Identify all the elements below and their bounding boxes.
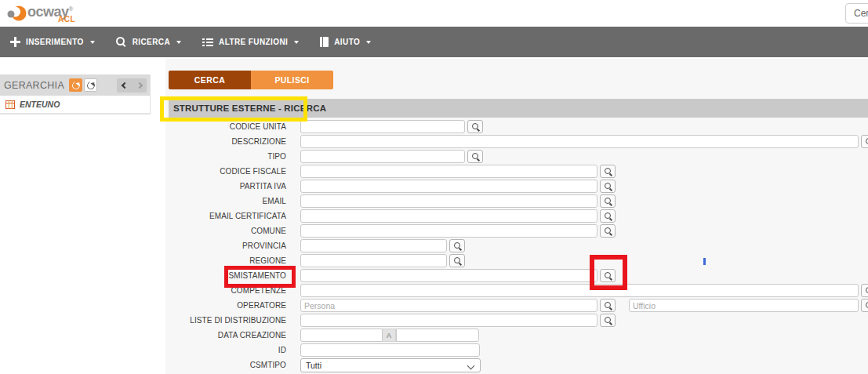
form-row-provincia: PROVINCIA [169,238,868,253]
regione-input[interactable] [300,254,447,267]
refresh-button-white[interactable] [84,78,97,92]
tipo-input[interactable] [300,150,465,163]
field-label-id: ID [169,346,286,354]
field-label-smistamento: SMISTAMENTO [169,271,286,280]
operatore-persona-input[interactable] [300,299,597,312]
operatore-ufficio-lookup-button[interactable] [861,299,868,312]
form-row-tipo: TIPO [169,149,868,164]
menu-aiuto-label: AIUTO [334,38,360,46]
codice-fiscale-lookup-button[interactable] [600,165,616,178]
codice-fiscale-input[interactable] [300,165,597,178]
liste-di-distribuzione-input[interactable] [300,314,597,327]
cerca-button[interactable]: CERCA [169,71,251,89]
hierarchy-sidebar-header: GERARCHIA [0,74,150,96]
refresh-icon [72,82,80,89]
partita-iva-input[interactable] [300,180,597,193]
field-label-provincia: PROVINCIA [169,241,286,250]
list-icon [202,38,213,47]
partita-iva-lookup-button[interactable] [600,180,616,193]
field-label-tipo: TIPO [169,152,286,161]
field-label-operatore: OPERATORE [169,301,286,310]
field-label-email: EMAIL [169,197,286,205]
data-creazione-a-input[interactable] [396,329,479,342]
field-label-codice-fiscale: CODICE FISCALE [169,167,286,176]
form-row-partita-iva: PARTITA IVA [169,179,868,194]
form-row-liste-di-distribuzione: LISTE DI DISTRIBUZIONE [169,313,868,328]
smistamento-lookup-button[interactable] [600,269,616,282]
smistamento-input[interactable] [300,269,597,282]
field-label-codice-unita: CODICE UNITA [169,122,286,131]
csmtipo-select[interactable]: Tutti [300,358,481,372]
field-label-email-certificata: EMAIL CERTIFICATA [169,212,286,220]
chevron-down-icon [294,41,299,44]
id-input[interactable] [300,343,480,357]
refresh-button-orange[interactable] [69,78,82,92]
field-label-regione: REGIONE [169,256,286,265]
competenze-lookup-button[interactable] [861,284,868,297]
app-logo: ocway® ACL [6,2,124,26]
org-grid-icon [5,100,15,109]
tipo-lookup-button[interactable] [467,150,483,163]
menu-altre-funzioni-label: ALTRE FUNZIONI [219,38,288,46]
chevron-left-icon[interactable] [121,82,127,88]
data-creazione-da-input[interactable] [300,329,383,342]
field-label-descrizione: DESCRIZIONE [169,137,286,146]
logo-subtitle: ACL [58,15,75,24]
operatore-persona-lookup-button[interactable] [600,299,616,312]
codice-unita-lookup-button[interactable] [467,120,483,133]
search-icon [116,37,127,48]
main-navbar: INSERIMENTO RICERCA ALTRE FUNZIONI AIUTO [0,27,868,57]
provincia-input[interactable] [300,239,447,252]
chevron-down-icon [176,41,181,44]
menu-aiuto[interactable]: AIUTO [320,37,371,47]
descrizione-lookup-button[interactable] [861,135,868,148]
refresh-icon [87,82,95,89]
form-title-bar: STRUTTURE ESTERNE - RICERCA [169,99,868,118]
field-label-partita-iva: PARTITA IVA [169,182,286,191]
email-certificata-lookup-button[interactable] [600,209,616,223]
form-row-id: ID [169,343,868,358]
field-label-data-creazione: DATA CREAZIONE [169,331,286,340]
form-row-regione: REGIONE [169,253,868,268]
chevron-down-icon [366,41,371,44]
logo-registered-mark: ® [69,5,73,13]
plus-icon [10,37,20,47]
menu-altre-funzioni[interactable]: ALTRE FUNZIONI [202,38,299,47]
codice-unita-input[interactable] [300,120,465,133]
form-row-descrizione: DESCRIZIONE [169,134,868,149]
pulisci-button[interactable]: PULISCI [251,71,333,89]
global-search-input[interactable] [845,3,868,24]
comune-input[interactable] [300,224,597,238]
data-creazione-a-separator: A [383,329,396,342]
form-row-email-certificata: EMAIL CERTIFICATA [169,209,868,223]
form-row-comune: COMUNE [169,223,868,238]
provincia-lookup-button[interactable] [449,239,465,252]
email-lookup-button[interactable] [600,194,616,208]
form-row-codice-fiscale: CODICE FISCALE [169,164,868,179]
form-row-smistamento: SMISTAMENTO [169,268,868,283]
form-row-email: EMAIL [169,194,868,209]
competenze-input[interactable] [300,284,859,297]
operatore-ufficio-input[interactable] [629,299,859,312]
sidebar-item-label: ENTEUNO [20,100,60,109]
form-row-operatore: OPERATORE [169,298,868,313]
email-input[interactable] [300,194,597,208]
email-certificata-input[interactable] [300,209,597,223]
menu-inserimento[interactable]: INSERIMENTO [10,37,95,47]
comune-lookup-button[interactable] [600,224,616,238]
field-label-liste-di-distribuzione: LISTE DI DISTRIBUZIONE [169,316,286,325]
sidebar-pager [117,78,147,93]
sidebar-tree-item-enteuno[interactable]: ENTEUNO [0,96,150,114]
menu-ricerca[interactable]: RICERCA [116,37,181,48]
sidebar-title: GERARCHIA [4,80,64,91]
field-label-comune: COMUNE [169,227,286,235]
form-row-data-creazione: DATA CREAZIONE A [169,328,868,343]
book-icon [320,37,329,47]
form-row-competenze: COMPETENZE [169,283,868,298]
chevron-right-icon[interactable] [136,82,142,88]
form-row-csmtipo: CSMTIPO Tutti [169,358,868,372]
regione-lookup-button[interactable] [449,254,465,267]
liste-di-distribuzione-lookup-button[interactable] [600,314,616,327]
descrizione-input[interactable] [300,135,859,148]
menu-ricerca-label: RICERCA [133,38,170,46]
